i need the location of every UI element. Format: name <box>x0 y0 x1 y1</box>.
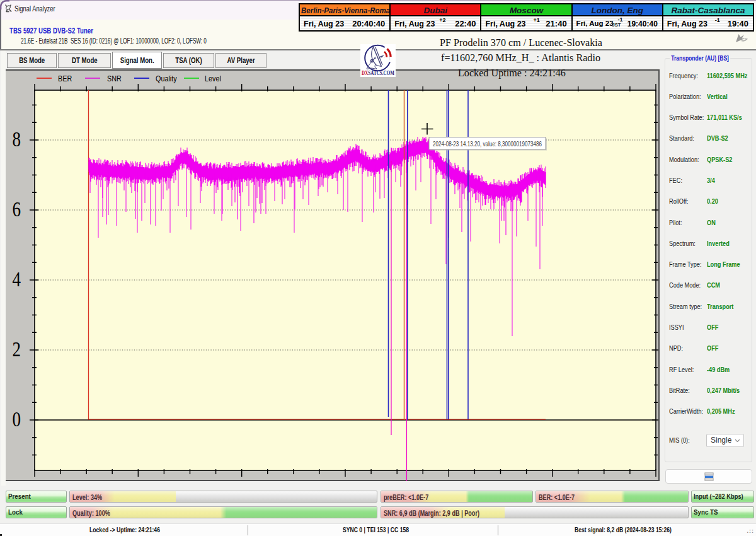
svg-text:2024-08-23 14.13.20, value: 8,: 2024-08-23 14.13.20, value: 8,3000001907… <box>433 140 542 148</box>
svg-text:DXSATCS.COM: DXSATCS.COM <box>362 69 394 76</box>
